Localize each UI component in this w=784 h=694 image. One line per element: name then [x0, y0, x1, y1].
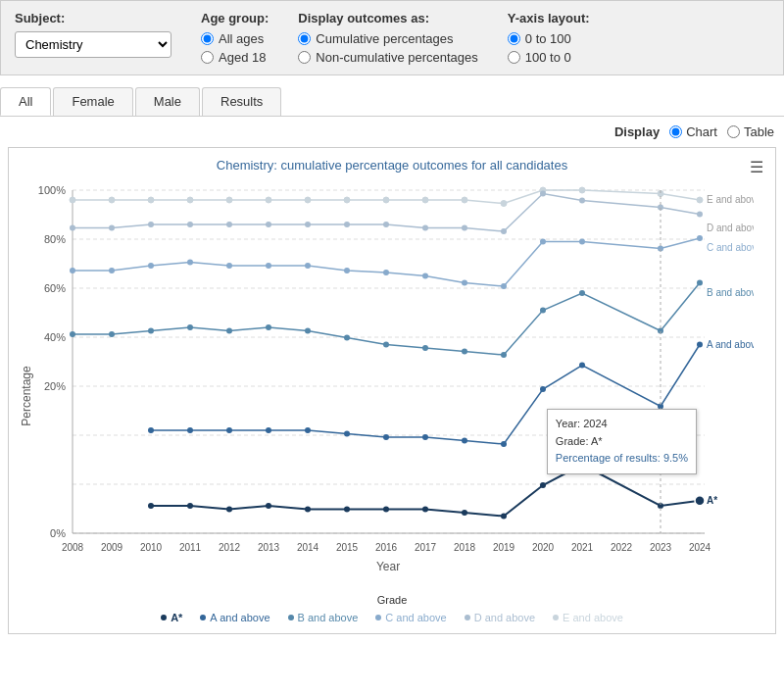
svg-text:2018: 2018	[454, 542, 476, 553]
cumulative-option[interactable]: Cumulative percentages	[298, 31, 477, 46]
yaxis-0to100-option[interactable]: 0 to 100	[508, 31, 590, 46]
svg-point-91	[305, 328, 311, 334]
svg-point-78	[462, 280, 467, 286]
svg-text:D and above: D and above	[707, 223, 754, 233]
svg-text:C and above: C and above	[707, 242, 754, 253]
svg-point-79	[501, 283, 507, 289]
table-toggle-label: Table	[744, 124, 774, 139]
svg-text:2013: 2013	[258, 542, 280, 553]
svg-point-97	[540, 308, 546, 314]
chart-toggle-label: Chart	[686, 124, 717, 139]
svg-point-120	[266, 503, 271, 509]
svg-point-34	[70, 197, 75, 203]
display-outcomes-label: Display outcomes as:	[298, 11, 477, 25]
svg-point-53	[148, 222, 154, 227]
svg-text:0%: 0%	[50, 527, 66, 539]
svg-point-125	[462, 510, 467, 516]
svg-point-62	[501, 228, 507, 234]
svg-point-58	[344, 222, 350, 227]
chart-radio[interactable]	[669, 125, 682, 138]
svg-point-69	[109, 268, 115, 273]
noncumulative-option[interactable]: Non-cumulative percentages	[298, 50, 477, 65]
svg-point-42	[383, 197, 389, 203]
svg-point-47	[579, 187, 585, 193]
svg-text:2011: 2011	[179, 542, 202, 553]
svg-text:2009: 2009	[101, 542, 123, 553]
svg-point-64	[579, 198, 585, 204]
svg-point-57	[305, 222, 311, 227]
noncumulative-label: Non-cumulative percentages	[316, 50, 477, 65]
noncumulative-radio[interactable]	[298, 51, 311, 64]
svg-text:2019: 2019	[493, 542, 515, 553]
age-all-radio[interactable]	[201, 32, 214, 45]
svg-point-85	[70, 331, 75, 337]
svg-text:A and above: A and above	[707, 339, 754, 350]
legend-c-above-label: C and above	[385, 612, 446, 623]
svg-text:2020: 2020	[532, 542, 555, 553]
svg-point-103	[187, 427, 193, 433]
svg-text:2010: 2010	[140, 542, 163, 553]
svg-point-76	[383, 270, 389, 275]
display-outcomes-group: Display outcomes as: Cumulative percenta…	[298, 11, 477, 65]
svg-point-59	[383, 222, 389, 227]
svg-point-118	[187, 503, 193, 509]
svg-point-80	[540, 239, 546, 245]
legend-d-above-label: D and above	[474, 612, 535, 623]
chart-menu-icon[interactable]: ☰	[750, 158, 763, 176]
tab-all[interactable]: All	[0, 87, 51, 116]
svg-text:80%: 80%	[44, 233, 66, 245]
table-toggle-option[interactable]: Table	[727, 124, 774, 139]
subject-select[interactable]: Chemistry Biology Physics Mathematics	[15, 31, 172, 58]
svg-point-130	[695, 496, 705, 506]
svg-point-77	[422, 273, 428, 279]
svg-text:2015: 2015	[336, 542, 359, 553]
display-toggle-label: Display	[614, 124, 660, 139]
svg-text:2022: 2022	[611, 542, 633, 553]
legend-a-above-dot	[200, 615, 206, 620]
main-chart-svg: Percentage 100% 80% 60% 40% 20% 0% 2008	[19, 180, 754, 592]
table-radio[interactable]	[727, 125, 740, 138]
age-radio-group: All ages Aged 18	[201, 31, 269, 65]
grade-label: Grade	[19, 594, 765, 606]
chart-container: Chemistry: cumulative percentage outcome…	[8, 147, 776, 634]
chart-legend: A* A and above B and above C and above D…	[19, 612, 765, 623]
svg-point-87	[148, 328, 154, 334]
svg-point-113	[579, 363, 585, 369]
series-c-and-above	[73, 238, 700, 286]
tab-female[interactable]: Female	[53, 87, 132, 116]
age-18-radio[interactable]	[201, 51, 214, 64]
legend-a-above: A and above	[200, 612, 270, 623]
svg-point-128	[579, 462, 585, 468]
svg-point-124	[422, 507, 428, 513]
svg-point-40	[305, 197, 311, 203]
svg-point-49	[697, 197, 703, 203]
tab-results[interactable]: Results	[202, 87, 281, 116]
svg-text:2008: 2008	[62, 542, 84, 553]
svg-point-105	[266, 427, 271, 433]
svg-point-93	[383, 342, 389, 348]
svg-point-104	[226, 427, 232, 433]
svg-point-89	[226, 328, 232, 334]
age-all-option[interactable]: All ages	[201, 31, 269, 46]
svg-point-115	[697, 342, 703, 348]
svg-point-43	[422, 197, 428, 203]
cumulative-radio[interactable]	[298, 32, 311, 45]
tab-male[interactable]: Male	[135, 87, 200, 116]
chart-toggle-option[interactable]: Chart	[669, 124, 717, 139]
subject-label: Subject:	[15, 11, 172, 25]
svg-point-66	[697, 212, 703, 218]
svg-point-51	[70, 225, 75, 231]
yaxis-100to0-radio[interactable]	[508, 51, 520, 64]
svg-point-60	[422, 225, 428, 231]
svg-point-106	[305, 427, 311, 433]
svg-point-102	[148, 427, 154, 433]
svg-point-74	[305, 263, 311, 269]
svg-point-121	[305, 507, 311, 513]
legend-c-above: C and above	[375, 612, 446, 623]
age-18-option[interactable]: Aged 18	[201, 50, 269, 65]
yaxis-group: Y-axis layout: 0 to 100 100 to 0	[508, 11, 590, 65]
svg-point-88	[187, 324, 193, 330]
yaxis-0to100-radio[interactable]	[508, 32, 520, 45]
yaxis-100to0-option[interactable]: 100 to 0	[508, 50, 590, 65]
svg-point-127	[540, 482, 546, 488]
